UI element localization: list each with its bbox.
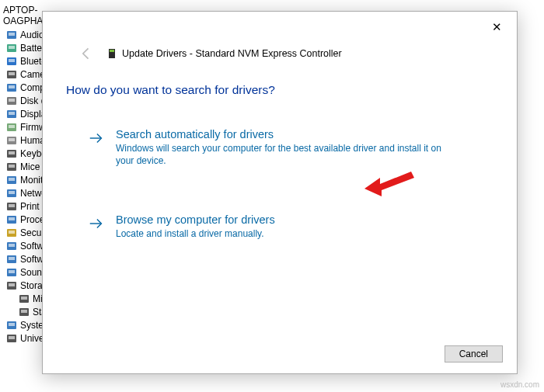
svg-rect-27 <box>9 204 15 207</box>
svg-rect-31 <box>9 231 15 234</box>
svg-rect-33 <box>9 244 15 247</box>
svg-rect-49 <box>110 50 114 52</box>
back-icon[interactable] <box>78 46 94 61</box>
close-icon[interactable]: ✕ <box>487 18 506 36</box>
option-browse-manual[interactable]: Browse my computer for drivers Locate an… <box>80 204 479 249</box>
arrow-right-icon <box>88 215 105 232</box>
option-desc: Windows will search your computer for th… <box>116 142 450 167</box>
dialog-header: Update Drivers - Standard NVM Express Co… <box>43 12 517 61</box>
option-search-auto[interactable]: Search automatically for drivers Windows… <box>80 119 479 176</box>
option-title: Browse my computer for drivers <box>116 213 472 226</box>
update-drivers-dialog: ✕ Update Drivers - Standard NVM Express … <box>42 11 518 374</box>
svg-rect-23 <box>9 178 15 181</box>
svg-rect-47 <box>9 336 15 339</box>
option-desc: Locate and install a driver manually. <box>116 227 450 240</box>
svg-rect-39 <box>9 283 15 286</box>
dialog-title: Update Drivers - Standard NVM Express Co… <box>106 47 342 60</box>
svg-rect-41 <box>21 297 27 300</box>
svg-rect-21 <box>9 165 15 168</box>
svg-rect-9 <box>9 85 15 88</box>
svg-rect-37 <box>9 270 15 273</box>
svg-rect-13 <box>9 112 15 115</box>
watermark: wsxdn.com <box>500 380 539 389</box>
svg-rect-1 <box>9 33 15 36</box>
svg-rect-19 <box>9 151 15 154</box>
dialog-question: How do you want to search for drivers? <box>43 61 517 97</box>
svg-rect-7 <box>9 72 15 75</box>
svg-rect-45 <box>9 323 15 326</box>
svg-rect-17 <box>9 138 15 141</box>
driver-chip-icon <box>106 47 117 60</box>
svg-rect-25 <box>9 191 15 194</box>
cancel-button[interactable]: Cancel <box>445 345 503 363</box>
option-title: Search automatically for drivers <box>116 128 472 140</box>
svg-rect-29 <box>9 217 15 220</box>
dialog-footer: Cancel <box>445 345 503 363</box>
svg-rect-15 <box>9 125 15 128</box>
svg-rect-5 <box>9 59 15 62</box>
svg-rect-35 <box>9 257 15 260</box>
svg-rect-3 <box>9 46 15 49</box>
arrow-right-icon <box>88 130 105 147</box>
svg-rect-43 <box>21 310 27 313</box>
svg-rect-11 <box>9 99 15 102</box>
